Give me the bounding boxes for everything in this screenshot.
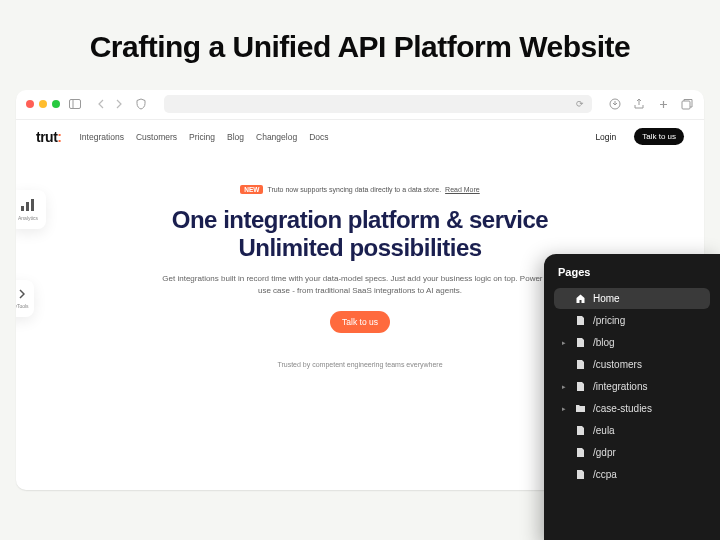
pages-list: Home/pricing▸/blog/customers▸/integratio… <box>554 288 710 485</box>
page-item-case-studies[interactable]: ▸/case-studies <box>554 398 710 419</box>
tabs-icon[interactable] <box>680 97 694 111</box>
page-item-label: /blog <box>593 337 615 348</box>
nav-links: Integrations Customers Pricing Blog Chan… <box>80 132 329 142</box>
nav-pricing[interactable]: Pricing <box>189 132 215 142</box>
expand-chevron-icon[interactable]: ▸ <box>562 339 568 347</box>
sidebar-toggle-icon[interactable] <box>68 97 82 111</box>
page-item-label: /gdpr <box>593 447 616 458</box>
svg-rect-0 <box>70 100 81 109</box>
minimize-window-icon[interactable] <box>39 100 47 108</box>
login-link[interactable]: Login <box>595 132 616 142</box>
pages-panel-title: Pages <box>554 266 710 278</box>
traffic-lights <box>26 100 60 108</box>
expand-chevron-icon[interactable]: ▸ <box>562 405 568 413</box>
page-item-label: /integrations <box>593 381 647 392</box>
file-icon <box>575 381 586 392</box>
file-icon <box>575 337 586 348</box>
page-item-integrations[interactable]: ▸/integrations <box>554 376 710 397</box>
hero-subtitle: Get integrations built in record time wi… <box>160 273 560 297</box>
back-icon[interactable] <box>94 97 108 111</box>
read-more-link[interactable]: Read More <box>445 186 480 193</box>
shield-icon[interactable] <box>134 97 148 111</box>
page-item-pricing[interactable]: /pricing <box>554 310 710 331</box>
logo-accent: : <box>57 129 61 145</box>
file-icon <box>575 359 586 370</box>
nav-integrations[interactable]: Integrations <box>80 132 124 142</box>
hero-headline-line2: Unlimited possibilities <box>238 234 481 261</box>
browser-chrome: ⟳ <box>16 90 704 120</box>
expand-chevron-icon[interactable]: ▸ <box>562 383 568 391</box>
talk-to-us-button-header[interactable]: Talk to us <box>634 128 684 145</box>
page-item-eula[interactable]: /eula <box>554 420 710 441</box>
site-header: trut: Integrations Customers Pricing Blo… <box>16 120 704 154</box>
refresh-icon[interactable]: ⟳ <box>576 99 584 109</box>
pages-panel: Pages Home/pricing▸/blog/customers▸/inte… <box>544 254 720 540</box>
file-icon <box>575 469 586 480</box>
nav-docs[interactable]: Docs <box>309 132 328 142</box>
page-item-label: /pricing <box>593 315 625 326</box>
logo-text: trut <box>36 129 57 145</box>
announcement-pill: NEW Truto now supports syncing data dire… <box>240 185 479 194</box>
page-item-label: /eula <box>593 425 615 436</box>
page-title: Crafting a Unified API Platform Website <box>0 0 720 90</box>
file-icon <box>575 315 586 326</box>
announcement-text: Truto now supports syncing data directly… <box>267 186 441 193</box>
home-icon <box>575 293 586 304</box>
page-item-home[interactable]: Home <box>554 288 710 309</box>
new-badge: NEW <box>240 185 263 194</box>
page-item-label: /case-studies <box>593 403 652 414</box>
nav-arrows <box>94 97 126 111</box>
nav-blog[interactable]: Blog <box>227 132 244 142</box>
page-item-label: Home <box>593 293 620 304</box>
file-icon <box>575 447 586 458</box>
page-item-label: /ccpa <box>593 469 617 480</box>
logo[interactable]: trut: <box>36 129 62 145</box>
download-icon[interactable] <box>608 97 622 111</box>
close-window-icon[interactable] <box>26 100 34 108</box>
share-icon[interactable] <box>632 97 646 111</box>
url-bar[interactable]: ⟳ <box>164 95 592 113</box>
cta-talk-to-us-button[interactable]: Talk to us <box>330 311 390 333</box>
nav-customers[interactable]: Customers <box>136 132 177 142</box>
page-item-customers[interactable]: /customers <box>554 354 710 375</box>
file-icon <box>575 425 586 436</box>
page-item-blog[interactable]: ▸/blog <box>554 332 710 353</box>
maximize-window-icon[interactable] <box>52 100 60 108</box>
page-item-ccpa[interactable]: /ccpa <box>554 464 710 485</box>
svg-rect-3 <box>682 101 690 109</box>
folder-icon <box>575 404 586 413</box>
new-tab-icon[interactable] <box>656 97 670 111</box>
nav-changelog[interactable]: Changelog <box>256 132 297 142</box>
hero-headline-line1: One integration platform & service <box>172 206 548 233</box>
page-item-label: /customers <box>593 359 642 370</box>
forward-icon[interactable] <box>112 97 126 111</box>
page-item-gdpr[interactable]: /gdpr <box>554 442 710 463</box>
